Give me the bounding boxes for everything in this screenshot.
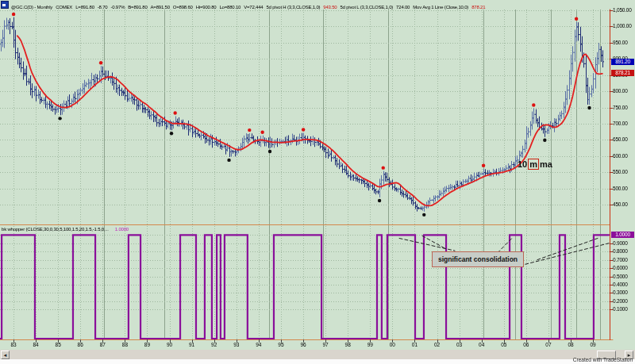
year-axis-label: 87 (96, 342, 109, 347)
year-axis-label: 96 (297, 342, 310, 347)
quote-field: Lo=880.10 (219, 5, 241, 10)
year-axis-label: 92 (208, 342, 221, 347)
year-axis-label: 83 (7, 342, 20, 347)
quote-field: 724.00 (396, 5, 410, 10)
year-axis-label: 04 (475, 342, 488, 347)
ma-annotation-boxed-letter: m (528, 159, 539, 170)
quote-field: 5d pivot H (3,3,CLOSE,1,0) (266, 5, 320, 10)
ma-annotation-prefix: 10 (518, 159, 527, 169)
indicator-value-badge: 1.0000 (611, 232, 634, 238)
price-axis-label: 550.00 (613, 169, 628, 174)
quote-field: Hi=900.80 (196, 5, 217, 10)
year-axis-label: 90 (164, 342, 176, 347)
year-axis-label: 95 (275, 342, 287, 347)
year-axis-label: 07 (542, 342, 555, 347)
year-axis-label: 03 (453, 342, 466, 347)
quote-field: Mov Avg 1 Line (Close,10,0) (413, 5, 468, 10)
consolidation-annotation-text: significant consolidation (438, 255, 518, 263)
year-axis-label: 02 (431, 342, 444, 347)
year-axis-label: 93 (230, 342, 243, 347)
year-axis-label: 01 (408, 342, 421, 347)
year-axis-label: 91 (186, 342, 198, 347)
price-axis-label: 650.00 (613, 136, 628, 142)
indicator-axis-label: 0.1000 (613, 306, 628, 312)
price-axis-label: 700.00 (613, 121, 628, 126)
year-axis-label: 85 (52, 342, 64, 347)
moving-average-value-badge: 878.21 (611, 70, 634, 76)
indicator-current-value: 1.0000 (115, 227, 129, 232)
quote-field: O=898.60 (173, 5, 193, 10)
scrollbar-left-arrow-icon[interactable]: ◄ (1, 351, 10, 359)
year-axis-label: 09 (587, 342, 599, 347)
quote-field: 943.50 (323, 5, 337, 10)
quote-field: -8.70 (98, 5, 108, 10)
year-axis-label: 06 (520, 342, 533, 347)
year-axis-label: 84 (29, 342, 42, 347)
indicator-axis-label: 0.3000 (613, 289, 628, 295)
year-axis-label: 05 (498, 342, 510, 347)
quote-field: 5d pivot L (3,3,CLOSE,1,0) (340, 5, 393, 10)
tradestation-credit-text: Created with TradeStation (573, 357, 633, 362)
indicator-axis-label: 0.7000 (613, 257, 628, 262)
indicator-axis-label: 0.8000 (613, 248, 628, 254)
consolidation-annotation-box[interactable]: significant consolidation (432, 251, 524, 267)
horizontal-scrollbar-track[interactable] (0, 350, 635, 359)
price-axis-label: 500.00 (613, 186, 628, 191)
quote-field: A=891.50 (151, 5, 170, 10)
ma-annotation-label[interactable]: 10mma (518, 159, 552, 169)
quote-text: @GC.C(D) - MonthlyCOMEXL=891.80-8.70-0.9… (11, 0, 488, 12)
quote-field: 878.21 (471, 5, 485, 10)
ma-annotation-suffix: ma (540, 159, 552, 169)
year-axis-label: 86 (74, 342, 87, 347)
quote-field: -0.97% (110, 5, 125, 10)
indicator-axis-label: 0.9000 (613, 240, 628, 246)
indicator-axis-label: 0.5000 (613, 274, 628, 279)
year-axis-label: 88 (118, 342, 131, 347)
price-axis-label: 450.00 (613, 201, 628, 207)
price-axis-label: 600.00 (613, 153, 628, 159)
tradestation-chart-window: @GC.C(D) - MonthlyCOMEXL=891.80-8.70-0.9… (0, 0, 635, 364)
year-axis-label: 00 (386, 342, 398, 347)
indicator-axis-label: 0.4000 (613, 282, 628, 287)
year-axis-label: 89 (140, 342, 153, 347)
price-and-indicator-chart-canvas[interactable] (0, 0, 635, 364)
quote-field: COMEX (56, 5, 72, 10)
price-axis-label: 750.00 (613, 105, 628, 110)
quote-field: V=72,444 (244, 5, 263, 10)
last-price-badge: 891.20 (611, 59, 634, 65)
year-axis-label: 99 (364, 342, 376, 347)
symbol-status-bar: @GC.C(D) - MonthlyCOMEXL=891.80-8.70-0.9… (1, 1, 634, 9)
indicator-name-label: bk whopper (CLOSE,30,0,30,5,100,1.5,20,1… (2, 227, 109, 232)
indicator-axis-label: 0.2000 (613, 298, 628, 304)
chart-window-icon (1, 1, 9, 9)
year-axis-label: 98 (341, 342, 354, 347)
indicator-label-row: bk whopper (CLOSE,30,0,30,5,100,1.5,20,1… (2, 225, 129, 232)
indicator-axis-label: 0.6000 (613, 265, 628, 270)
price-axis-label: 800.00 (613, 88, 628, 94)
year-axis-label: 94 (252, 342, 265, 347)
price-axis-label: 1,000.00 (613, 23, 632, 29)
quote-field: @GC.C(D) - Monthly (11, 5, 52, 10)
year-axis-label: 08 (564, 342, 577, 347)
year-axis-label: 97 (319, 342, 332, 347)
window-bottom-strip (0, 359, 635, 364)
quote-field: B=891.80 (128, 5, 147, 10)
quote-field: L=891.80 (75, 5, 94, 10)
price-axis-label: 950.00 (613, 40, 628, 45)
